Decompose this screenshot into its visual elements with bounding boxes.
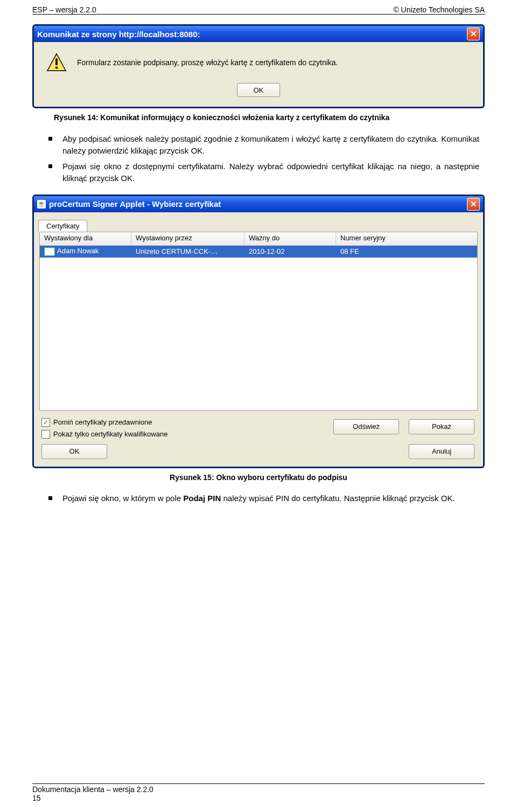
col-issued-by[interactable]: Wystawiony przez [131, 232, 244, 245]
figure-caption-14: Rysunek 14: Komunikat informujący o koni… [54, 113, 485, 123]
cancel-button[interactable]: Anuluj [409, 444, 474, 459]
footer-page-number: 15 [32, 794, 485, 802]
header-right: © Unizeto Technologies SA [393, 5, 485, 14]
column-headers: Wystawiony dla Wystawiony przez Ważny do… [40, 232, 477, 246]
cert-picker-dialog: ☕ proCertum Signer Applet - Wybierz cert… [32, 195, 485, 468]
row-issued-to: Adam Nowak [57, 247, 99, 255]
header-left: ESP – wersja 2.2.0 [32, 5, 96, 14]
checkbox-icon: ✓ [41, 418, 50, 427]
close-button[interactable]: ✕ [467, 27, 480, 40]
row-serial: 08 FE [336, 247, 477, 255]
svg-rect-1 [55, 58, 58, 65]
checkbox-icon [41, 430, 50, 439]
warning-icon [46, 52, 67, 73]
bullet-text-bold: Podaj PIN [183, 494, 221, 503]
col-issued-to[interactable]: Wystawiony dla [40, 232, 131, 245]
message-dialog-text: Formularz zostanie podpisany, proszę wło… [77, 58, 338, 67]
bullet-item: Aby podpisać wniosek należy postąpić zgo… [48, 133, 479, 157]
checkbox-label: Pomiń certyfikaty przedawnione [53, 418, 152, 426]
ok-button[interactable]: OK [41, 444, 107, 459]
certificate-icon [44, 247, 55, 256]
instructions-block-1: Aby podpisać wniosek należy postąpić zgo… [48, 133, 479, 185]
footer-line-1: Dokumentacja klienta – wersja 2.2.0 [32, 785, 485, 794]
page-footer: Dokumentacja klienta – wersja 2.2.0 15 [32, 783, 485, 802]
certificate-list: Wystawiony dla Wystawiony przez Ważny do… [39, 232, 478, 411]
row-issued-by: Unizeto CERTUM-CCK-… [131, 247, 244, 255]
message-dialog: Komunikat ze strony http://localhost:808… [32, 24, 485, 108]
bullet-item: Pojawi się okno z dostępnymi certyfikata… [48, 161, 479, 185]
bullet-item: Pojawi się okno, w którym w pole Podaj P… [48, 492, 479, 505]
bullet-text-pre: Pojawi się okno, w którym w pole [62, 494, 183, 503]
message-dialog-title: Komunikat ze strony http://localhost:808… [37, 30, 200, 39]
page-header: ESP – wersja 2.2.0 © Unizeto Technologie… [32, 0, 485, 15]
java-icon: ☕ [37, 200, 46, 209]
show-button[interactable]: Pokaż [409, 419, 474, 434]
ok-button[interactable]: OK [237, 83, 280, 97]
col-valid-to[interactable]: Ważny do [244, 232, 336, 245]
close-button[interactable]: ✕ [467, 198, 480, 211]
bullet-text-post: należy wpisać PIN do certyfikatu. Następ… [221, 494, 455, 503]
cert-picker-title: proCertum Signer Applet - Wybierz certyf… [49, 199, 221, 209]
tab-strip: Certyfikaty [34, 212, 483, 232]
checkbox-skip-expired[interactable]: ✓ Pomiń certyfikaty przedawnione [41, 418, 333, 427]
svg-rect-2 [55, 67, 58, 69]
figure-caption-15: Rysunek 15: Okno wyboru certyfikatu do p… [32, 473, 485, 483]
message-dialog-titlebar: Komunikat ze strony http://localhost:808… [34, 26, 483, 42]
row-valid-to: 2010-12-02 [244, 247, 336, 255]
instructions-block-2: Pojawi się okno, w którym w pole Podaj P… [48, 492, 479, 505]
col-serial[interactable]: Numer seryjny [336, 232, 477, 245]
tab-certificates[interactable]: Certyfikaty [38, 220, 87, 232]
cert-picker-titlebar: ☕ proCertum Signer Applet - Wybierz cert… [34, 196, 483, 212]
close-icon: ✕ [470, 29, 477, 39]
close-icon: ✕ [470, 199, 477, 209]
checkbox-qualified-only[interactable]: Pokaż tylko certyfikaty kwalifikowane [41, 430, 333, 439]
refresh-button[interactable]: Odśwież [333, 419, 399, 434]
checkbox-label: Pokaż tylko certyfikaty kwalifikowane [53, 430, 167, 438]
certificate-row[interactable]: Adam Nowak Unizeto CERTUM-CCK-… 2010-12-… [40, 246, 477, 258]
